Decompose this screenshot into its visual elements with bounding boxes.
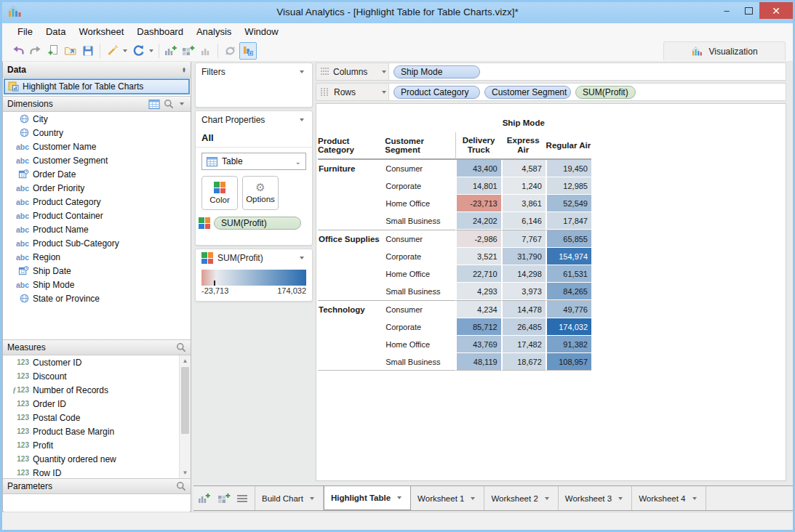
dimension-item[interactable]: abcRegion — [3, 250, 191, 264]
heatmap-cell[interactable]: 91,382 — [546, 336, 591, 353]
parameters-header[interactable]: Parameters — [3, 478, 191, 494]
shelf-pill-sum-profit-[interactable]: SUM(Profit) — [575, 86, 636, 99]
heatmap-cell[interactable]: 154,974 — [546, 248, 591, 265]
new-worksheet-icon[interactable] — [163, 43, 179, 59]
category-label[interactable] — [318, 336, 385, 353]
measure-item[interactable]: 123Order ID — [3, 397, 191, 411]
rows-shelf-label[interactable]: Rows — [316, 84, 389, 100]
sheet-tab-caret[interactable] — [397, 496, 402, 499]
sheet-tab-worksheet-2[interactable]: Worksheet 2 — [484, 486, 558, 510]
segment-label[interactable]: Corporate — [385, 177, 455, 195]
measure-item[interactable]: 123Quantity ordered new — [3, 452, 191, 466]
maximize-button[interactable] — [738, 2, 759, 19]
sheet-list-icon[interactable] — [237, 495, 247, 502]
close-button[interactable]: ✕ — [759, 2, 793, 19]
sheet-tab-build-chart[interactable]: Build Chart — [255, 486, 324, 510]
filters-menu-caret[interactable] — [300, 70, 304, 73]
options-button[interactable]: ⚙ Options — [242, 176, 279, 210]
heatmap-cell[interactable]: 31,790 — [501, 248, 546, 265]
menu-dashboard[interactable]: Dashboard — [130, 25, 190, 39]
heatmap-cell[interactable]: 14,478 — [501, 300, 546, 318]
category-label[interactable] — [318, 212, 385, 230]
measures-scrollbar[interactable]: ▲ ▼ — [179, 355, 191, 478]
sheet-tab-worksheet-1[interactable]: Worksheet 1 — [411, 486, 484, 510]
segment-label[interactable]: Corporate — [385, 318, 455, 336]
color-gradient-bar[interactable] — [201, 270, 306, 286]
heatmap-cell[interactable]: 4,234 — [455, 300, 500, 318]
sheet-tab-caret[interactable] — [545, 497, 549, 500]
heatmap-cell[interactable]: 4,293 — [455, 283, 500, 300]
category-label[interactable] — [318, 195, 385, 212]
heatmap-cell[interactable]: 26,485 — [501, 318, 546, 336]
segment-label[interactable]: Small Business — [385, 353, 455, 371]
minimize-button[interactable]: – — [716, 2, 738, 19]
dimension-item[interactable]: abcShip Mode — [3, 278, 191, 291]
sheet-tab-caret[interactable] — [692, 497, 697, 500]
heatmap-cell[interactable]: 3,521 — [455, 248, 500, 265]
scroll-up-icon[interactable]: ▲ — [180, 355, 191, 366]
segment-label[interactable]: Home Office — [385, 195, 455, 212]
dimension-item[interactable]: abcOrder Priority — [3, 181, 191, 195]
column-header[interactable]: Regular Air — [546, 132, 591, 160]
column-header[interactable]: Express Air — [501, 132, 546, 160]
open-folder-icon[interactable] — [63, 43, 79, 59]
dimension-item[interactable]: City — [3, 112, 191, 126]
segment-label[interactable]: Small Business — [385, 283, 455, 300]
dimension-item[interactable]: abcProduct Container — [3, 209, 191, 222]
chart-properties-menu-caret[interactable] — [300, 118, 304, 121]
view-grid-icon[interactable] — [148, 100, 160, 109]
heatmap-cell[interactable]: 6,146 — [501, 212, 546, 230]
columns-shelf-label[interactable]: Columns — [316, 63, 389, 80]
sheet-tab-caret[interactable] — [618, 497, 623, 500]
category-label[interactable] — [318, 318, 385, 336]
heatmap-cell[interactable]: 84,265 — [546, 283, 591, 300]
heatmap-cell[interactable]: 1,240 — [501, 177, 546, 195]
search-icon[interactable] — [164, 99, 174, 109]
column-dimension-title[interactable]: Ship Mode — [455, 113, 591, 132]
row-header-customer-segment[interactable]: Customer Segment — [385, 132, 455, 160]
sheet-tab-caret[interactable] — [471, 497, 475, 500]
segment-label[interactable]: Corporate — [385, 248, 455, 265]
heatmap-cell[interactable]: 43,769 — [455, 336, 500, 353]
dimension-item[interactable]: abcProduct Category — [3, 195, 191, 209]
heatmap-cell[interactable]: -23,713 — [455, 195, 500, 212]
dimension-item[interactable]: abcProduct Sub-Category — [3, 236, 191, 250]
menu-analysis[interactable]: Analysis — [190, 25, 238, 39]
measure-item[interactable]: ƒ123Number of Records — [3, 383, 191, 397]
heatmap-cell[interactable]: 18,672 — [501, 353, 546, 371]
heatmap-cell[interactable]: 17,847 — [546, 212, 591, 230]
heatmap-cell[interactable]: 3,973 — [501, 283, 546, 300]
segment-label[interactable]: Small Business — [385, 212, 455, 230]
heatmap-cell[interactable]: 24,202 — [455, 212, 500, 230]
sheet-tab-worksheet-4[interactable]: Worksheet 4 — [632, 486, 706, 510]
undo-icon[interactable] — [10, 43, 26, 59]
dimension-item[interactable]: abcCustomer Segment — [3, 153, 191, 167]
row-header-product-category[interactable]: Product Category — [318, 132, 385, 160]
refresh-dropdown[interactable] — [149, 49, 153, 52]
heatmap-cell[interactable]: 49,776 — [546, 300, 591, 318]
heatmap-cell[interactable]: 108,957 — [546, 353, 591, 371]
format-wand-icon[interactable] — [104, 43, 120, 59]
heatmap-cell[interactable]: 174,032 — [546, 318, 591, 336]
dimension-item[interactable]: 12Order Date — [3, 167, 191, 181]
category-label[interactable] — [318, 353, 385, 371]
menu-file[interactable]: File — [11, 25, 39, 39]
category-label[interactable]: Office Supplies — [318, 230, 385, 248]
sheet-tab-highlight-table[interactable]: Highlight Table — [324, 485, 411, 510]
shelf-pill-product-category[interactable]: Product Category — [393, 86, 480, 99]
heatmap-cell[interactable]: 17,482 — [501, 336, 546, 353]
visualization-tab[interactable]: Visualization — [663, 41, 786, 60]
scroll-down-icon[interactable]: ▼ — [180, 467, 191, 478]
heatmap-cell[interactable]: 3,861 — [501, 195, 546, 212]
heatmap-cell[interactable]: 7,767 — [501, 230, 546, 248]
category-label[interactable]: Technology — [318, 300, 385, 318]
column-header[interactable]: Delivery Truck — [455, 132, 500, 160]
measure-item[interactable]: 123Discount — [3, 369, 191, 383]
color-pill[interactable]: SUM(Profit) — [214, 217, 301, 230]
shelf-pill-ship-mode[interactable]: Ship Mode — [393, 65, 480, 78]
dimension-item[interactable]: Country — [3, 126, 191, 140]
category-label[interactable] — [318, 248, 385, 265]
heatmap-cell[interactable]: 43,400 — [455, 160, 500, 177]
dimension-item[interactable]: abcCustomer Name — [3, 140, 191, 153]
category-label[interactable] — [318, 283, 385, 300]
